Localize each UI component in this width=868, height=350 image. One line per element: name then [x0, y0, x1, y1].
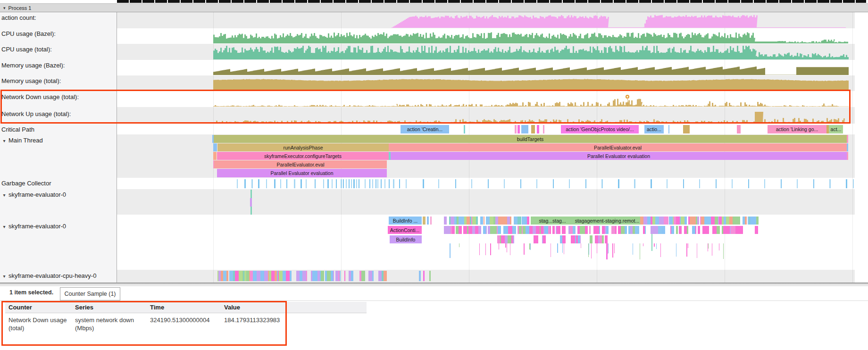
drip-slice[interactable] — [557, 243, 558, 253]
gc-tick-slice[interactable] — [423, 179, 424, 188]
drip-slice[interactable] — [614, 243, 615, 253]
gc-tick-slice[interactable] — [381, 179, 382, 188]
dense-slice[interactable] — [735, 226, 739, 234]
dense-slice[interactable] — [223, 271, 226, 281]
flame-slice[interactable] — [668, 125, 669, 133]
dense-slice[interactable] — [562, 226, 566, 234]
dense-slice[interactable] — [513, 226, 516, 234]
flame-slice[interactable]: Parallel Evaluator evaluation — [391, 152, 847, 160]
dense-slice[interactable] — [384, 271, 387, 281]
gc-tick-slice[interactable] — [634, 179, 635, 188]
drip-slice[interactable] — [450, 243, 451, 258]
dense-slice[interactable] — [695, 226, 696, 234]
dense-slice[interactable] — [451, 217, 454, 225]
gc-tick-slice[interactable] — [585, 179, 586, 188]
drip-slice[interactable] — [686, 243, 687, 257]
flame-slice[interactable] — [683, 125, 690, 133]
drip-slice[interactable] — [712, 243, 712, 256]
drip-slice[interactable] — [505, 243, 506, 248]
dense-slice[interactable] — [536, 226, 540, 234]
dense-slice[interactable] — [665, 217, 668, 225]
dense-slice[interactable] — [692, 226, 695, 234]
gc-tick-slice[interactable] — [377, 179, 378, 188]
timeline-ruler[interactable] — [117, 0, 866, 3]
dense-slice[interactable] — [750, 217, 753, 225]
flame-slice[interactable]: BuildInfo ... — [389, 217, 422, 225]
gc-tick-slice[interactable] — [237, 179, 238, 188]
track-label[interactable]: ▾skyframe-evaluator-0 — [0, 223, 116, 230]
gc-tick-slice[interactable] — [520, 179, 521, 188]
drip-slice[interactable] — [608, 243, 609, 253]
dense-slice[interactable] — [260, 271, 264, 281]
dense-slice[interactable] — [638, 226, 639, 234]
flame-slice[interactable] — [427, 217, 429, 225]
flame-slice[interactable] — [847, 135, 848, 143]
dense-slice[interactable] — [643, 217, 647, 225]
drip-slice[interactable] — [708, 243, 709, 249]
tab-counter-sample[interactable]: Counter Sample (1) — [60, 287, 120, 300]
dense-slice[interactable] — [490, 217, 493, 225]
gc-tick-slice[interactable] — [748, 179, 749, 188]
track-label[interactable]: ▾skyframe-evaluator-0 — [0, 191, 116, 198]
dense-slice[interactable] — [580, 235, 581, 243]
dense-slice[interactable] — [593, 226, 597, 234]
flame-slice[interactable]: act... — [829, 125, 843, 133]
dense-slice[interactable] — [615, 226, 617, 234]
drip-slice[interactable] — [588, 243, 589, 257]
gc-tick-slice[interactable] — [327, 179, 329, 188]
flame-slice[interactable] — [515, 125, 517, 133]
dense-slice[interactable] — [478, 226, 481, 234]
gc-tick-slice[interactable] — [569, 179, 570, 188]
flame-slice[interactable] — [464, 125, 465, 133]
flame-slice[interactable] — [737, 125, 741, 133]
flame-slice[interactable]: actio... — [644, 125, 664, 133]
dense-slice[interactable] — [510, 217, 511, 225]
gc-tick-slice[interactable] — [853, 179, 854, 188]
counter-chart[interactable] — [117, 75, 855, 91]
flame-slice[interactable] — [423, 271, 425, 281]
drip-slice[interactable] — [490, 243, 491, 255]
counter-chart[interactable] — [117, 60, 855, 75]
track-label[interactable]: Critical Path — [0, 126, 116, 133]
dense-slice[interactable] — [655, 226, 658, 234]
counter-chart[interactable] — [117, 28, 855, 44]
dense-slice[interactable] — [585, 226, 588, 234]
dense-slice[interactable] — [756, 217, 759, 225]
dense-slice[interactable] — [444, 226, 447, 234]
drip-slice[interactable] — [697, 243, 697, 258]
track-label[interactable]: action count: — [0, 14, 116, 21]
dense-slice[interactable] — [327, 271, 331, 281]
flame-slice[interactable]: action 'Linking go... — [768, 125, 826, 133]
expand-icon[interactable]: ▾ — [0, 192, 8, 198]
dense-slice[interactable] — [513, 235, 514, 243]
dense-slice[interactable] — [447, 226, 451, 234]
drip-slice[interactable] — [485, 243, 486, 255]
gc-tick-slice[interactable] — [667, 179, 668, 188]
flame-slice[interactable] — [521, 125, 528, 133]
gc-tick-slice[interactable] — [618, 179, 619, 188]
drip-slice[interactable] — [589, 243, 589, 255]
gc-tick-slice[interactable] — [846, 179, 847, 188]
gc-tick-slice[interactable] — [346, 179, 347, 188]
gc-tick-slice[interactable] — [266, 179, 267, 188]
drip-slice[interactable] — [524, 243, 525, 255]
gc-tick-slice[interactable] — [341, 179, 342, 188]
table-header-series[interactable]: Series — [75, 304, 93, 311]
dense-slice[interactable] — [498, 217, 501, 225]
flame-slice[interactable]: buildTargets — [214, 135, 847, 143]
dense-slice[interactable] — [283, 271, 286, 281]
dense-slice[interactable] — [475, 226, 478, 234]
dense-slice[interactable] — [253, 271, 257, 281]
gc-tick-slice[interactable] — [553, 179, 554, 188]
flame-slice[interactable] — [213, 143, 217, 151]
dense-slice[interactable] — [550, 226, 551, 234]
drip-slice[interactable] — [562, 243, 563, 253]
gc-tick-slice[interactable] — [393, 179, 394, 188]
gc-tick-slice[interactable] — [716, 179, 717, 188]
track-label[interactable]: Network Up usage (total): — [0, 110, 116, 117]
drip-slice[interactable] — [459, 243, 459, 247]
gc-tick-slice[interactable] — [315, 179, 316, 188]
dense-slice[interactable] — [463, 226, 467, 234]
dense-slice[interactable] — [508, 235, 511, 243]
dense-slice[interactable] — [711, 217, 715, 225]
